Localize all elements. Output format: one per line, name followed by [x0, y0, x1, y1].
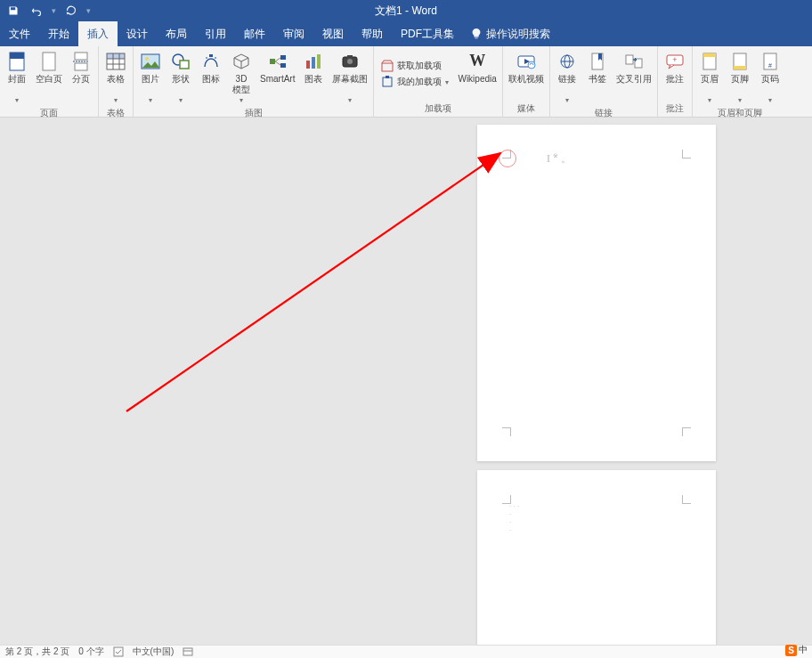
svg-rect-21 [280, 63, 286, 68]
tab-review[interactable]: 审阅 [274, 21, 313, 46]
table-button[interactable]: 表格▾ [102, 49, 129, 107]
undo-button[interactable] [28, 3, 45, 19]
page-number-button[interactable]: # 页码▾ [757, 49, 784, 107]
svg-rect-50 [114, 647, 123, 656]
comment-button[interactable]: + 批注 [662, 49, 688, 97]
smartart-button[interactable]: SmartArt [258, 49, 296, 97]
save-icon [8, 5, 19, 16]
page-number-icon: # [759, 51, 781, 72]
annotation-arrow [123, 142, 515, 418]
svg-rect-24 [306, 61, 310, 69]
document-title: 文档1 - Word [375, 4, 437, 19]
footer-icon [729, 51, 751, 72]
cross-reference-button[interactable]: 交叉引用 [614, 49, 654, 97]
tab-view[interactable]: 视图 [313, 21, 353, 46]
my-addins-button[interactable]: 我的加载项 ▾ [378, 74, 452, 90]
3d-models-button[interactable]: 3D 模型▾ [228, 49, 255, 107]
tab-file[interactable]: 文件 [0, 21, 39, 46]
group-label-media: 媒体 [503, 102, 549, 117]
document-area[interactable]: I ※ 。 · · ···· [0, 118, 812, 645]
page-2[interactable]: · · ···· [477, 470, 716, 645]
group-comments: + 批注 批注 [658, 46, 693, 117]
group-tables: 表格▾ 表格 [99, 46, 134, 117]
group-header-footer: 页眉▾ 页脚▾ # 页码▾ 页眉和页脚 [693, 46, 787, 117]
svg-point-17 [206, 57, 207, 59]
macro-button[interactable] [183, 646, 193, 657]
page-break-button[interactable]: 分页 [68, 49, 94, 97]
sogou-icon: S [785, 645, 797, 656]
smartart-icon [267, 51, 288, 72]
icons-icon [200, 51, 222, 72]
tab-help[interactable]: 帮助 [353, 21, 392, 46]
cursor-mark: I ※ 。 [547, 151, 572, 167]
store-icon [381, 60, 394, 72]
tell-me-search[interactable]: 操作说明搜索 [463, 21, 550, 46]
3d-models-icon [231, 51, 252, 72]
group-label-addins: 加载项 [374, 102, 501, 117]
link-button[interactable]: 链接▾ [554, 49, 581, 107]
svg-rect-16 [209, 54, 213, 57]
tab-pdf-tools[interactable]: PDF工具集 [392, 21, 463, 46]
online-video-button[interactable]: 联机视频 [507, 49, 546, 97]
icons-button[interactable]: 图标 [198, 49, 224, 97]
blank-page-button[interactable]: 空白页 [34, 49, 64, 97]
tab-layout[interactable]: 布局 [157, 21, 196, 46]
qat-dropdown-icon[interactable]: ▾ [52, 6, 56, 15]
svg-rect-25 [312, 57, 315, 69]
lightbulb-icon [470, 28, 483, 40]
annotation-circle [499, 150, 516, 167]
svg-line-23 [275, 61, 280, 65]
tab-mailings[interactable]: 邮件 [235, 21, 274, 46]
cover-page-button[interactable]: 封面▾ [4, 49, 30, 107]
page-content-fragment: · · ···· [509, 502, 519, 534]
group-illustrations: 图片▾ 形状▾ 图标 3D 模型▾ SmartArt 图表 [134, 46, 374, 117]
save-button[interactable] [5, 3, 21, 19]
qat-customize-icon[interactable]: ▾ [86, 6, 91, 15]
group-addins: 获取加载项 我的加载项 ▾ W Wikipedia 加载项 [374, 46, 502, 117]
tab-references[interactable]: 引用 [196, 21, 235, 46]
svg-text:+: + [672, 55, 677, 64]
status-word-count[interactable]: 0 个字 [78, 646, 103, 658]
cross-ref-icon [623, 51, 645, 72]
svg-rect-39 [626, 55, 633, 64]
group-links: 链接▾ 书签 交叉引用 链接 [550, 46, 658, 117]
picture-icon [140, 51, 161, 72]
ime-indicator[interactable]: S 中 [785, 644, 812, 656]
screenshot-button[interactable]: 屏幕截图▾ [330, 49, 369, 107]
svg-rect-44 [703, 53, 716, 57]
svg-rect-2 [43, 53, 55, 70]
svg-line-49 [126, 153, 500, 411]
status-page[interactable]: 第 2 页，共 2 页 [5, 646, 69, 658]
page-1[interactable]: I ※ 。 [477, 125, 716, 461]
tab-home[interactable]: 开始 [39, 21, 78, 46]
wikipedia-icon: W [467, 51, 488, 72]
picture-button[interactable]: 图片▾ [137, 49, 164, 107]
redo-button[interactable] [63, 3, 79, 19]
tab-insert[interactable]: 插入 [78, 21, 118, 46]
group-media: 联机视频 媒体 [503, 46, 550, 117]
status-language[interactable]: 中文(中国) [133, 646, 175, 658]
online-video-icon [516, 51, 537, 72]
svg-rect-19 [270, 59, 275, 64]
get-addins-button[interactable]: 获取加载项 [378, 58, 452, 74]
spellcheck-button[interactable] [113, 646, 124, 657]
bookmark-button[interactable]: 书签 [584, 49, 611, 97]
header-button[interactable]: 页眉▾ [696, 49, 723, 107]
comment-icon: + [664, 51, 686, 72]
shapes-button[interactable]: 形状▾ [167, 49, 194, 107]
svg-point-18 [215, 57, 216, 59]
chart-button[interactable]: 图表 [300, 49, 327, 97]
tab-design[interactable]: 设计 [118, 21, 157, 46]
svg-rect-29 [347, 55, 353, 58]
wikipedia-button[interactable]: W Wikipedia [456, 49, 498, 97]
svg-point-28 [347, 59, 353, 64]
group-label-comments: 批注 [658, 102, 692, 117]
svg-line-22 [275, 58, 280, 61]
footer-button[interactable]: 页脚▾ [727, 49, 753, 107]
chart-icon [303, 51, 324, 72]
cover-page-icon [6, 51, 28, 72]
svg-text:#: # [768, 62, 772, 69]
svg-point-13 [145, 57, 149, 61]
svg-rect-20 [280, 55, 286, 60]
svg-rect-3 [75, 53, 87, 60]
